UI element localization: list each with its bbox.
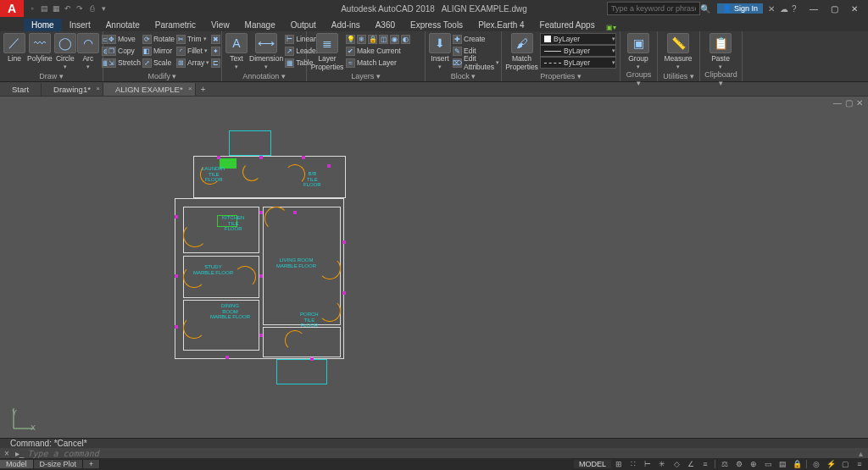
- app-logo[interactable]: A: [0, 0, 24, 17]
- qat-more-icon[interactable]: ▾: [98, 3, 108, 14]
- cleanscreen-icon[interactable]: ▢: [838, 459, 852, 469]
- panel-title-draw[interactable]: Draw ▾: [3, 72, 99, 81]
- close-button[interactable]: ✕: [844, 2, 865, 15]
- ribbon-tab-view[interactable]: View: [203, 19, 237, 31]
- layout-add-button[interactable]: +: [83, 460, 100, 468]
- units-icon[interactable]: ▭: [761, 459, 775, 469]
- help-icon[interactable]: ?: [792, 4, 804, 14]
- line-button[interactable]: ／Line: [3, 33, 25, 63]
- trim-button[interactable]: ✂Trim▾: [176, 33, 209, 45]
- ribbon-tab-expresstools[interactable]: Express Tools: [403, 19, 470, 31]
- panel-title-block[interactable]: Block ▾: [429, 72, 498, 81]
- text-button[interactable]: AText▾: [225, 33, 248, 70]
- qat-redo-icon[interactable]: ↷: [75, 3, 85, 14]
- linetype-dropdown[interactable]: ByLayer▾: [540, 57, 616, 69]
- space-label[interactable]: MODEL: [574, 460, 611, 468]
- match-properties-button[interactable]: 🖌Match Properties: [505, 33, 538, 71]
- paste-button[interactable]: 📋Paste▾: [704, 33, 737, 70]
- maximize-button[interactable]: ▢: [824, 2, 844, 15]
- command-recent-icon[interactable]: ▴: [859, 449, 868, 458]
- move-button[interactable]: ✥Move: [107, 33, 141, 45]
- otrack-icon[interactable]: ∠: [684, 459, 698, 469]
- workspace-icon[interactable]: ⚙: [732, 459, 746, 469]
- insert-block-button[interactable]: ⬇Insert▾: [429, 33, 451, 70]
- qat-new-icon[interactable]: ▫: [27, 3, 37, 14]
- minimize-button[interactable]: —: [804, 2, 824, 15]
- osnap-icon[interactable]: ◇: [670, 459, 683, 469]
- qat-open-icon[interactable]: ▤: [39, 3, 49, 14]
- panel-title-clipboard[interactable]: Clipboard ▾: [704, 70, 738, 88]
- arc-button[interactable]: ◠Arc▾: [78, 33, 98, 70]
- dimension-button[interactable]: ⟷Dimension▾: [249, 33, 283, 70]
- erase-icon[interactable]: ✖: [211, 33, 220, 45]
- edit-attributes-button[interactable]: ⌦Edit Attributes▾: [453, 57, 499, 69]
- group-button[interactable]: ▣Group▾: [624, 33, 653, 70]
- annomonitor-icon[interactable]: ⊕: [747, 459, 760, 469]
- array-button[interactable]: ⊞Array▾: [176, 57, 209, 69]
- panel-title-properties[interactable]: Properties ▾: [505, 72, 616, 81]
- drawing-canvas[interactable]: — ▢ ✕ LAUNDRY TILE FLOOR B/B TILE FLOOR …: [0, 97, 868, 444]
- ribbon-tab-featuredapps[interactable]: Featured Apps: [532, 19, 603, 31]
- lineweight-icon[interactable]: ≡: [698, 459, 712, 469]
- close-icon[interactable]: ×: [188, 85, 192, 92]
- annoscale-icon[interactable]: ⚖: [718, 459, 732, 469]
- offset-icon[interactable]: ⊏: [211, 57, 220, 69]
- mirror-button[interactable]: ◧Mirror: [142, 45, 175, 57]
- vp-minimize-icon[interactable]: —: [833, 98, 842, 108]
- ribbon-tab-insert[interactable]: Insert: [62, 19, 98, 31]
- doc-tab-start[interactable]: Start: [0, 83, 42, 96]
- polar-icon[interactable]: ✳: [655, 459, 669, 469]
- create-block-button[interactable]: ✚Create: [453, 33, 499, 45]
- layout-tab-model[interactable]: Model: [0, 460, 34, 468]
- search-icon[interactable]: 🔍: [700, 4, 712, 14]
- command-close-icon[interactable]: ×: [2, 449, 12, 458]
- ribbon-tab-a360[interactable]: A360: [368, 19, 403, 31]
- vp-close-icon[interactable]: ✕: [856, 98, 863, 108]
- customize-icon[interactable]: ≡: [853, 459, 866, 469]
- copy-button[interactable]: ❐Copy: [107, 45, 141, 57]
- snap-icon[interactable]: ∷: [626, 459, 640, 469]
- color-dropdown[interactable]: ByLayer▾: [540, 33, 616, 45]
- ribbon-tab-annotate[interactable]: Annotate: [98, 19, 147, 31]
- panel-title-modify[interactable]: Modify ▾: [107, 72, 218, 81]
- circle-button[interactable]: ◯Circle▾: [54, 33, 76, 70]
- quickprops-icon[interactable]: ▤: [776, 459, 789, 469]
- panel-title-groups[interactable]: Groups ▾: [624, 70, 654, 88]
- measure-button[interactable]: 📏Measure▾: [661, 33, 695, 70]
- help-search-input[interactable]: [607, 2, 700, 15]
- vp-restore-icon[interactable]: ▢: [845, 98, 853, 108]
- layer-properties-button[interactable]: ≣Layer Properties: [310, 33, 344, 71]
- rotate-button[interactable]: ⟳Rotate: [142, 33, 175, 45]
- hardware-icon[interactable]: ⚡: [824, 459, 837, 469]
- explode-icon[interactable]: ✦: [211, 45, 220, 57]
- make-current-button[interactable]: ✔Make Current: [346, 45, 410, 57]
- panel-title-utilities[interactable]: Utilities ▾: [661, 72, 696, 81]
- layout-tab-plot[interactable]: D-size Plot: [34, 460, 84, 468]
- stretch-button[interactable]: ⇲Stretch: [107, 57, 141, 69]
- ribbon-tab-home[interactable]: Home: [24, 19, 62, 31]
- qat-print-icon[interactable]: ⎙: [86, 3, 97, 14]
- ribbon-tab-parametric[interactable]: Parametric: [147, 19, 203, 31]
- polyline-button[interactable]: 〰Polyline: [27, 33, 53, 63]
- panel-title-layers[interactable]: Layers ▾: [310, 72, 421, 81]
- doc-tab-alignexample[interactable]: ALIGN EXAMPLE*×: [103, 83, 196, 96]
- isolate-icon[interactable]: ◎: [810, 459, 823, 469]
- ribbon-tab-output[interactable]: Output: [283, 19, 324, 31]
- panel-title-annotation[interactable]: Annotation ▾: [225, 72, 303, 81]
- ortho-icon[interactable]: ⊢: [641, 459, 654, 469]
- stayconnected-icon[interactable]: ☁: [780, 4, 792, 14]
- doc-tab-drawing1[interactable]: Drawing1*×: [42, 83, 103, 96]
- exchange-icon[interactable]: ✕: [768, 4, 780, 14]
- grid-icon[interactable]: ⊞: [612, 459, 626, 469]
- match-layer-button[interactable]: ≈Match Layer: [346, 57, 410, 69]
- close-icon[interactable]: ×: [96, 85, 100, 92]
- fillet-button[interactable]: ◜Fillet▾: [176, 45, 209, 57]
- tab-overflow-icon[interactable]: ▣▾: [606, 24, 616, 31]
- new-drawing-button[interactable]: +: [196, 85, 211, 94]
- sign-in-button[interactable]: 👤 Sign In: [717, 3, 763, 14]
- lockui-icon[interactable]: 🔒: [790, 459, 804, 469]
- ribbon-tab-plexearth[interactable]: Plex.Earth 4: [470, 19, 531, 31]
- qat-save-icon[interactable]: ▦: [51, 3, 61, 14]
- command-input[interactable]: [27, 449, 855, 458]
- ribbon-tab-manage[interactable]: Manage: [237, 19, 283, 31]
